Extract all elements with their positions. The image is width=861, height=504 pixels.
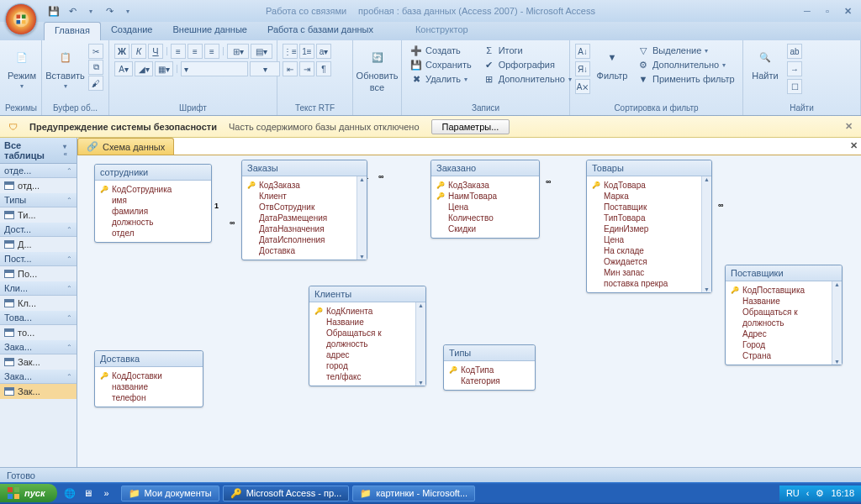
paste-button[interactable]: 📋Вставить▾ (47, 44, 83, 92)
sort-desc-icon[interactable]: Я↓ (575, 61, 590, 76)
table-field[interactable]: КодТипа (449, 365, 530, 375)
altrow-icon[interactable]: ▤▾ (251, 44, 272, 59)
table-field[interactable]: КодПоставщика (731, 285, 837, 296)
table-field[interactable]: ДатаНазначения (247, 223, 362, 234)
scrollbar[interactable] (832, 281, 842, 365)
ql-more-icon[interactable]: » (99, 486, 114, 501)
table-postavshiki[interactable]: Поставщики КодПоставщикаНазваниеОбращать… (725, 265, 843, 365)
task-docs[interactable]: 📁Мои документы (121, 486, 219, 501)
clock[interactable]: 16:18 (831, 488, 854, 498)
totals-button[interactable]: ΣИтоги (480, 44, 575, 57)
nav-header[interactable]: Все таблицы▾ « (0, 138, 77, 164)
fill-color-icon[interactable]: ◢▾ (135, 61, 153, 76)
filter-button[interactable]: ▼Фильтр (595, 44, 629, 82)
redo-icon[interactable]: ↷ (103, 4, 116, 18)
table-field[interactable]: Марка (592, 191, 706, 202)
table-field[interactable]: Доставка (247, 245, 362, 256)
table-field[interactable]: Название (314, 317, 420, 328)
nav-group-header[interactable]: Това...⌃ (0, 311, 77, 325)
table-field[interactable]: должность (100, 217, 206, 228)
style-icon[interactable]: a▾ (316, 44, 331, 59)
tab-home[interactable]: Главная (44, 22, 101, 40)
nav-table-item[interactable]: По... (0, 266, 77, 281)
nav-table-item[interactable]: Кл... (0, 296, 77, 311)
table-field[interactable]: Город (731, 339, 837, 350)
cut-icon[interactable]: ✂ (88, 44, 103, 59)
copy-icon[interactable]: ⧉ (88, 60, 103, 75)
tab-create[interactable]: Создание (101, 22, 163, 40)
table-field[interactable]: тел/факс (314, 371, 420, 382)
tab-designer[interactable]: Конструктор (405, 22, 478, 40)
task-pictures[interactable]: 📁картинки - Microsoft... (352, 486, 475, 501)
more-records-button[interactable]: ⊞Дополнительно▾ (480, 72, 575, 86)
table-field[interactable]: Обращаться к (731, 307, 837, 318)
table-tipy[interactable]: Типы КодТипаКатегория (443, 344, 536, 391)
table-field[interactable]: фамилия (100, 206, 206, 217)
grid-color-icon[interactable]: ▦▾ (155, 61, 173, 76)
scrollbar[interactable] (701, 176, 711, 292)
table-field[interactable]: КодДоставки (100, 370, 198, 381)
ol-icon[interactable]: 1≡ (299, 44, 314, 59)
spelling-button[interactable]: ✔Орфография (480, 58, 575, 71)
format-painter-icon[interactable]: 🖌 (88, 76, 103, 91)
scrollbar[interactable] (415, 302, 425, 386)
table-field[interactable]: Клиент (247, 191, 362, 202)
new-record-button[interactable]: ➕Создать (407, 44, 475, 57)
table-field[interactable]: город (314, 360, 420, 371)
scrollbar[interactable] (357, 176, 367, 260)
table-field[interactable]: КодСотрудника (100, 184, 206, 195)
close-icon[interactable]: ✕ (841, 5, 854, 17)
table-field[interactable]: поставка прекра (592, 278, 706, 289)
table-field[interactable]: Ожидается (592, 256, 706, 267)
table-sotrudniki[interactable]: сотрудники КодСотрудникаимяфамилиядолжно… (94, 164, 212, 243)
table-field[interactable]: телефон (100, 392, 198, 403)
tab-db-tools[interactable]: Работа с базами данных (257, 22, 383, 40)
undo-dropdown[interactable]: ▾ (84, 4, 98, 18)
bold-icon[interactable]: Ж (114, 44, 129, 59)
nav-group-header[interactable]: Зака...⌃ (0, 370, 77, 384)
canvas-surface[interactable]: 1 ∞ 1 ∞ 1 ∞ 1 ∞ сотрудники КодСотрудника… (77, 155, 861, 467)
start-button[interactable]: пуск (0, 484, 57, 502)
task-access[interactable]: 🔑Microsoft Access - пр... (223, 486, 350, 501)
nav-group-header[interactable]: отде...⌃ (0, 164, 77, 178)
table-field[interactable]: Скидки (436, 223, 534, 234)
font-color-icon[interactable]: A▾ (114, 61, 133, 76)
delete-record-button[interactable]: ✖Удалить▾ (407, 72, 475, 86)
lang-indicator[interactable]: RU (786, 488, 800, 498)
selection-filter-button[interactable]: ▽Выделение▾ (634, 44, 738, 57)
table-field[interactable]: КодТовара (592, 180, 706, 191)
table-field[interactable]: ДатаИсполнения (247, 234, 362, 245)
tab-external-data[interactable]: Внешние данные (163, 22, 257, 40)
table-field[interactable]: должность (314, 339, 420, 349)
table-field[interactable]: адрес (314, 349, 420, 360)
underline-icon[interactable]: Ч (148, 44, 163, 59)
document-close-icon[interactable]: ✕ (850, 140, 858, 151)
table-field[interactable]: На складе (592, 245, 706, 256)
indent-left-icon[interactable]: ⇤ (283, 61, 298, 76)
align-left-icon[interactable]: ≡ (171, 44, 186, 59)
table-field[interactable]: должность (731, 318, 837, 328)
nav-group-header[interactable]: Типы⌃ (0, 193, 77, 207)
tray-icon[interactable]: ‹ (806, 488, 810, 498)
view-button[interactable]: 📄Режим▾ (5, 44, 39, 92)
table-field[interactable]: КодКлиента (314, 306, 420, 317)
nav-table-item[interactable]: Зак... (0, 354, 77, 370)
security-close-icon[interactable]: ✕ (845, 121, 853, 132)
table-field[interactable]: НаимТовара (436, 191, 534, 202)
office-button[interactable] (5, 3, 37, 35)
nav-group-header[interactable]: Пост...⌃ (0, 252, 77, 266)
font-size-dropdown[interactable]: ▾ (250, 61, 280, 76)
tray-icon[interactable]: ⚙ (816, 488, 824, 499)
clear-sort-icon[interactable]: A⨯ (575, 79, 590, 94)
security-options-button[interactable]: Параметры... (431, 119, 510, 134)
align-center-icon[interactable]: ≡ (188, 44, 203, 59)
table-field[interactable]: ДатаРазмещения (247, 213, 362, 223)
rtf-more-icon[interactable]: ¶ (316, 61, 331, 76)
table-field[interactable]: Адрес (731, 328, 837, 339)
font-dropdown[interactable]: ▾ (181, 61, 248, 76)
table-field[interactable]: Поставщик (592, 202, 706, 213)
table-field[interactable]: КодЗаказа (436, 180, 534, 191)
goto-icon[interactable]: → (787, 61, 802, 76)
nav-table-item[interactable]: отд... (0, 178, 77, 193)
save-icon[interactable]: 💾 (47, 4, 61, 18)
